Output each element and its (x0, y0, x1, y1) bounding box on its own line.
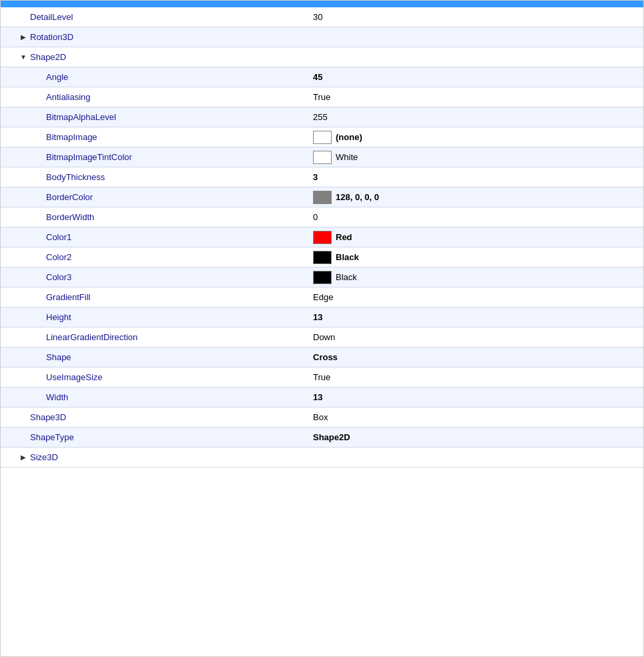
prop-name-size3d: ▶Size3D (1, 450, 308, 465)
prop-row-color2: Color2Black (1, 247, 643, 267)
label-border-color: BorderColor (46, 192, 93, 202)
prop-name-height: Height (1, 309, 308, 325)
value-text-width: 13 (313, 392, 322, 402)
prop-row-rotation3d[interactable]: ▶Rotation3D (1, 27, 643, 47)
prop-name-width: Width (1, 390, 308, 405)
value-text-bitmap-image-tint-color: White (336, 152, 358, 162)
label-body-thickness: BodyThickness (46, 172, 105, 182)
prop-row-detail-level: DetailLevel30 (1, 7, 643, 27)
prop-name-gradient-fill: GradientFill (1, 289, 308, 305)
prop-row-angle: Angle45 (1, 67, 643, 87)
prop-name-shape: Shape (1, 350, 308, 365)
color-swatch-border-color[interactable] (313, 191, 332, 204)
color-swatch-color1[interactable] (313, 231, 332, 244)
value-text-border-width: 0 (313, 212, 318, 222)
prop-name-color3: Color3 (1, 269, 308, 285)
prop-value-size3d (308, 455, 643, 460)
prop-row-bitmap-image-tint-color: BitmapImageTintColorWhite (1, 147, 643, 167)
prop-value-shape2d (308, 55, 643, 60)
label-size3d: Size3D (30, 452, 58, 462)
prop-row-color3: Color3Black (1, 267, 643, 287)
value-text-gradient-fill: Edge (313, 292, 333, 302)
prop-row-shape3d: Shape3DBox (1, 408, 643, 428)
prop-value-border-width: 0 (308, 209, 643, 225)
expand-icon-rotation3d[interactable]: ▶ (19, 33, 27, 41)
label-linear-gradient-direction: LinearGradientDirection (46, 332, 137, 342)
prop-value-use-image-size: True (308, 370, 643, 385)
value-text-bitmap-alpha-level: 255 (313, 112, 328, 122)
prop-row-size3d[interactable]: ▶Size3D (1, 448, 643, 468)
label-color1: Color1 (46, 232, 71, 242)
label-bitmap-alpha-level: BitmapAlphaLevel (46, 112, 116, 122)
label-detail-level: DetailLevel (30, 12, 73, 22)
prop-value-bitmap-image: (none) (308, 128, 643, 147)
prop-row-color1: Color1Red (1, 227, 643, 247)
prop-row-border-color: BorderColor128, 0, 0, 0 (1, 187, 643, 207)
prop-value-shape-type: Shape2D (308, 430, 643, 445)
prop-row-bitmap-image: BitmapImage(none) (1, 127, 643, 147)
label-height: Height (46, 312, 71, 322)
prop-name-color2: Color2 (1, 249, 308, 265)
prop-value-body-thickness: 3 (308, 169, 643, 185)
prop-name-shape-type: ShapeType (1, 430, 308, 445)
prop-row-body-thickness: BodyThickness3 (1, 167, 643, 187)
prop-name-rotation3d: ▶Rotation3D (1, 29, 308, 45)
label-shape3d: Shape3D (30, 412, 66, 422)
prop-row-shape: ShapeCross (1, 348, 643, 368)
property-grid: DetailLevel30▶Rotation3D▼Shape2DAngle45A… (0, 0, 644, 657)
value-text-border-color: 128, 0, 0, 0 (336, 192, 379, 202)
label-antialiasing: Antialiasing (46, 92, 91, 102)
prop-value-shape3d: Box (308, 410, 643, 425)
value-text-color3: Black (336, 272, 357, 282)
value-text-color2: Black (336, 252, 359, 262)
value-text-body-thickness: 3 (313, 172, 318, 182)
collapse-icon-shape2d[interactable]: ▼ (19, 53, 27, 61)
prop-row-shape-type: ShapeTypeShape2D (1, 428, 643, 448)
label-bitmap-image: BitmapImage (46, 132, 97, 142)
prop-name-angle: Angle (1, 69, 308, 85)
prop-value-rotation3d (308, 35, 643, 40)
prop-row-antialiasing: AntialiasingTrue (1, 87, 643, 107)
value-text-angle: 45 (313, 72, 322, 82)
prop-value-color1: Red (308, 228, 643, 247)
prop-value-detail-level: 30 (308, 9, 643, 25)
prop-name-bitmap-image-tint-color: BitmapImageTintColor (1, 149, 308, 165)
prop-row-shape2d[interactable]: ▼Shape2D (1, 47, 643, 67)
label-shape-type: ShapeType (30, 432, 74, 442)
value-text-antialiasing: True (313, 92, 330, 102)
prop-row-height: Height13 (1, 307, 643, 327)
prop-row-bitmap-alpha-level: BitmapAlphaLevel255 (1, 107, 643, 127)
prop-value-angle: 45 (308, 69, 643, 85)
prop-name-bitmap-alpha-level: BitmapAlphaLevel (1, 109, 308, 125)
prop-name-use-image-size: UseImageSize (1, 370, 308, 385)
prop-name-shape2d: ▼Shape2D (1, 49, 308, 65)
prop-name-detail-level: DetailLevel (1, 9, 308, 25)
color-swatch-bitmap-image[interactable] (313, 131, 332, 144)
label-angle: Angle (46, 72, 68, 82)
label-border-width: BorderWidth (46, 212, 94, 222)
color-swatch-color3[interactable] (313, 271, 332, 284)
prop-value-antialiasing: True (308, 89, 643, 105)
prop-value-bitmap-alpha-level: 255 (308, 109, 643, 125)
prop-value-gradient-fill: Edge (308, 289, 643, 305)
color-swatch-color2[interactable] (313, 251, 332, 264)
label-color2: Color2 (46, 252, 71, 262)
header-row (1, 1, 643, 7)
prop-name-border-width: BorderWidth (1, 209, 308, 225)
prop-name-body-thickness: BodyThickness (1, 169, 308, 185)
label-shape2d: Shape2D (30, 52, 66, 62)
prop-value-height: 13 (308, 309, 643, 325)
color-swatch-bitmap-image-tint-color[interactable] (313, 151, 332, 164)
label-gradient-fill: GradientFill (46, 292, 90, 302)
prop-name-shape3d: Shape3D (1, 410, 308, 425)
prop-name-bitmap-image: BitmapImage (1, 129, 308, 145)
prop-row-border-width: BorderWidth0 (1, 207, 643, 227)
value-text-shape: Cross (313, 352, 338, 362)
prop-value-width: 13 (308, 390, 643, 405)
value-text-bitmap-image: (none) (336, 132, 362, 142)
value-text-linear-gradient-direction: Down (313, 332, 335, 342)
value-text-shape3d: Box (313, 412, 328, 422)
value-text-height: 13 (313, 312, 322, 322)
label-color3: Color3 (46, 272, 71, 282)
expand-icon-size3d[interactable]: ▶ (19, 454, 27, 462)
